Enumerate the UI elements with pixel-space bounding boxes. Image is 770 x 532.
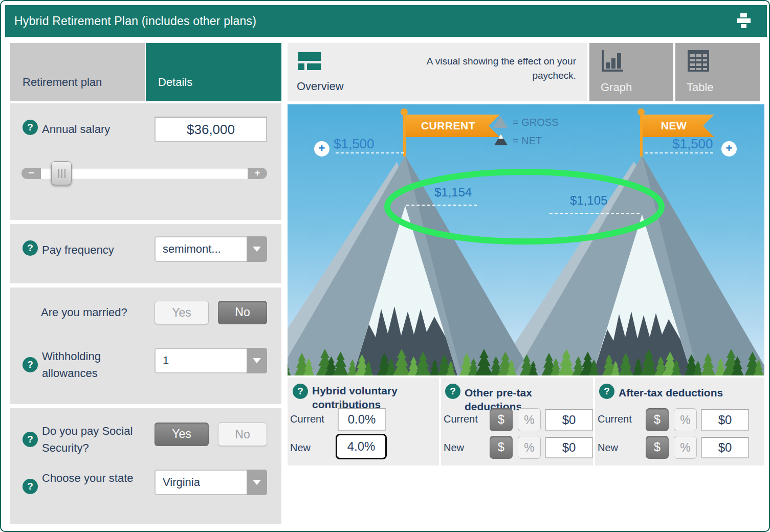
pretax-current-dollar-button[interactable]: $ (490, 408, 513, 431)
help-icon[interactable]: ? (23, 357, 38, 372)
table-icon (687, 49, 710, 76)
tab-overview-label: Overview (297, 80, 344, 93)
print-icon[interactable] (734, 12, 753, 30)
net-legend-label: = NET (513, 135, 542, 147)
pretax-current-input[interactable] (545, 409, 593, 431)
state-value: Virginia (163, 476, 200, 489)
current-gross-value: $1,500 (334, 136, 375, 152)
current-row-label: Current (290, 413, 324, 425)
help-icon[interactable]: ? (23, 240, 38, 256)
new-flag-label: NEW (661, 120, 696, 131)
pay-frequency-select[interactable]: semimont... (155, 236, 267, 262)
pretax-new-percent-button[interactable]: % (518, 436, 541, 459)
aftertax-new-input[interactable] (701, 437, 749, 458)
bar-chart-icon (601, 49, 624, 76)
social-security-label: Do you pay Social Security? (42, 423, 157, 456)
help-icon[interactable]: ? (599, 384, 614, 399)
current-row-label: Current (598, 413, 632, 425)
current-row-label: Current (444, 413, 478, 425)
annual-salary-input[interactable] (155, 117, 267, 142)
pretax-current-percent-button[interactable]: % (518, 408, 541, 431)
pretax-new-input[interactable] (545, 437, 593, 458)
tab-table-label: Table (687, 81, 714, 94)
new-gross-plus-button[interactable]: + (721, 141, 737, 157)
new-row-label: New (290, 442, 311, 454)
aftertax-current-dollar-button[interactable]: $ (646, 408, 669, 431)
state-select[interactable]: Virginia (155, 470, 267, 495)
hybrid-current-input[interactable] (338, 408, 386, 431)
aftertax-current-input[interactable] (701, 409, 749, 431)
help-icon[interactable]: ? (23, 479, 38, 494)
married-yes-button[interactable]: Yes (155, 301, 209, 324)
aftertax-deductions-label: After-tax deductions (619, 386, 752, 400)
current-gross-leader-line (336, 152, 404, 153)
married-label: Are you married? (41, 304, 127, 321)
current-flag-pole (403, 113, 406, 157)
new-net-leader-line (549, 213, 640, 214)
chevron-down-icon (247, 236, 267, 262)
aftertax-new-percent-button[interactable]: % (674, 436, 697, 459)
withholding-label: Withholding allowances (42, 348, 139, 382)
tab-details-label: Details (158, 76, 192, 89)
help-icon[interactable]: ? (23, 432, 38, 447)
annual-salary-section: ? Annual salary − + (10, 103, 281, 220)
sidebar-tabs: Retirement plan Details (10, 43, 281, 101)
state-label: Choose your state (42, 470, 134, 486)
tab-table[interactable]: Table (675, 43, 760, 101)
pay-frequency-label: Pay frequency (42, 241, 114, 258)
gross-legend-label: = GROSS (513, 117, 558, 128)
tab-graph[interactable]: Graph (589, 43, 673, 101)
salary-slider[interactable]: − + (21, 168, 267, 179)
social-security-no-button[interactable]: No (218, 423, 267, 446)
current-flag: CURRENT (406, 115, 500, 137)
tab-retirement-plan[interactable]: Retirement plan (10, 43, 145, 101)
current-flag-label: CURRENT (421, 120, 485, 131)
withholding-value: 1 (163, 354, 169, 367)
page-title: Hybrid Retirement Plan (includes other p… (5, 14, 256, 28)
new-flag-pole (640, 113, 643, 157)
new-row-label: New (598, 442, 618, 454)
social-security-state-section: ? Do you pay Social Security? Yes No ? C… (10, 408, 281, 524)
slider-plus-button[interactable]: + (248, 168, 267, 179)
hybrid-new-input[interactable] (336, 434, 387, 459)
overview-caption: A visual showing the effect on your payc… (423, 54, 576, 82)
new-net-value: $1,105 (570, 193, 607, 208)
current-net-value: $1,154 (434, 185, 472, 199)
help-icon[interactable]: ? (293, 384, 308, 399)
slider-handle[interactable] (51, 161, 72, 185)
aftertax-current-percent-button[interactable]: % (674, 408, 697, 431)
new-gross-leader-line (645, 152, 713, 153)
current-gross-plus-button[interactable]: + (314, 141, 329, 157)
current-flag-pole-cap (401, 108, 408, 116)
help-icon[interactable]: ? (445, 384, 460, 399)
married-no-button[interactable]: No (218, 301, 267, 324)
pay-frequency-value: semimont... (163, 242, 221, 256)
current-net-leader-line (406, 205, 477, 206)
paycheck-visual: CURRENT NEW + $1,500 $1,500 + = GROSS = … (288, 104, 764, 375)
new-gross-value: $1,500 (672, 136, 713, 152)
withholding-select[interactable]: 1 (155, 348, 267, 373)
aftertax-deductions-section: ? After-tax deductions Current $ % New $… (595, 378, 764, 465)
annual-salary-label: Annual salary (42, 121, 110, 138)
pay-frequency-section: ? Pay frequency semimont... (10, 224, 281, 283)
title-bar: Hybrid Retirement Plan (includes other p… (5, 5, 767, 37)
new-flag-pole-cap (637, 108, 645, 116)
aftertax-new-dollar-button[interactable]: $ (646, 436, 669, 459)
overview-icon (298, 52, 321, 71)
slider-minus-button[interactable]: − (21, 168, 41, 179)
pretax-deductions-section: ? Other pre-tax deductions Current $ % N… (441, 378, 593, 465)
hybrid-contributions-label: Hybrid voluntary contributions (312, 384, 414, 412)
settings-sidebar: Retirement plan Details ? Annual salary … (10, 43, 281, 101)
tab-graph-label: Graph (601, 81, 632, 94)
app-window: Hybrid Retirement Plan (includes other p… (0, 0, 770, 532)
tab-details[interactable]: Details (146, 43, 281, 101)
tab-retirement-plan-label: Retirement plan (23, 76, 102, 89)
pretax-new-dollar-button[interactable]: $ (490, 436, 513, 459)
deductions-panel: ? Hybrid voluntary contributions Current… (288, 378, 764, 465)
tab-overview[interactable]: Overview A visual showing the effect on … (288, 43, 587, 101)
chevron-down-icon (247, 348, 267, 373)
married-withholding-section: Are you married? Yes No ? Withholding al… (10, 287, 281, 404)
social-security-yes-button[interactable]: Yes (155, 423, 209, 446)
hybrid-contributions-section: ? Hybrid voluntary contributions Current… (288, 378, 439, 465)
help-icon[interactable]: ? (23, 120, 38, 135)
